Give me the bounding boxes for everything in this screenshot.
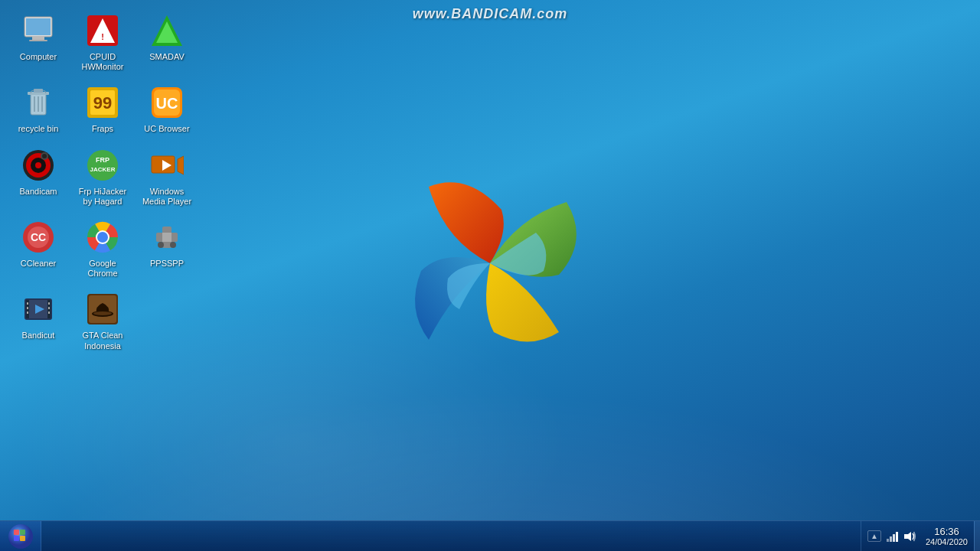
clock[interactable]: 16:36 24/04/2020 xyxy=(921,526,968,546)
tray-icons xyxy=(886,530,916,543)
bandicut-label: Bandicut xyxy=(22,331,55,341)
smadav-icon xyxy=(149,12,185,49)
icon-bandicut[interactable]: Bandicut xyxy=(8,286,69,355)
icon-bandicam[interactable]: Bandicam xyxy=(8,142,69,211)
smadav-label: SMADAV xyxy=(149,52,185,62)
frp-label: Frp HiJacker by Hagard xyxy=(75,187,130,207)
svg-text:FRP: FRP xyxy=(96,156,109,164)
chrome-icon xyxy=(84,219,121,256)
svg-rect-67 xyxy=(887,539,889,542)
computer-icon xyxy=(20,12,57,49)
svg-point-27 xyxy=(87,150,118,181)
gtaclean-label: GTA Clean Indonesia xyxy=(75,331,130,350)
svg-marker-31 xyxy=(178,156,184,174)
windows-start-orb xyxy=(8,523,34,549)
icon-ppsspp[interactable]: PPSSPP xyxy=(136,214,198,283)
network-icon xyxy=(886,531,900,542)
recycle-bin-label: recycle bin xyxy=(18,124,59,134)
taskbar: ▲ 16:36 24/04/2020 xyxy=(0,520,980,551)
icon-ucbrowser[interactable]: UC UC Browser xyxy=(136,80,198,139)
clock-time: 16:36 xyxy=(934,526,959,537)
desktop-icons: Computer ! CPUID HWMonitor SMADAV xyxy=(8,8,198,356)
svg-rect-70 xyxy=(896,532,898,542)
svg-rect-51 xyxy=(27,307,28,309)
cpuid-icon: ! xyxy=(84,12,121,49)
chrome-label: Google Chrome xyxy=(75,259,130,279)
svg-text:JACKER: JACKER xyxy=(90,166,116,173)
icon-recycle-bin[interactable]: recycle bin xyxy=(8,80,69,139)
fraps-icon: 99 xyxy=(84,84,121,121)
svg-rect-52 xyxy=(27,311,28,314)
icon-computer[interactable]: Computer xyxy=(8,8,69,77)
svg-point-45 xyxy=(158,242,164,248)
svg-point-60 xyxy=(93,311,112,315)
tray-expand-button[interactable]: ▲ xyxy=(867,530,881,542)
start-button[interactable] xyxy=(0,521,41,552)
ppsspp-icon xyxy=(149,219,185,256)
svg-rect-3 xyxy=(29,40,47,41)
svg-rect-68 xyxy=(890,536,892,542)
fraps-label: Fraps xyxy=(92,124,113,134)
frp-icon: FRP JACKER xyxy=(84,147,121,184)
ccleaner-label: CCleaner xyxy=(21,259,56,269)
svg-rect-43 xyxy=(162,233,172,242)
bandicam-watermark: www.BANDICAM.com xyxy=(413,6,567,22)
svg-rect-69 xyxy=(893,534,895,542)
svg-marker-71 xyxy=(904,532,911,541)
computer-label: Computer xyxy=(20,52,57,62)
svg-rect-2 xyxy=(32,37,44,40)
svg-point-24 xyxy=(35,162,41,168)
svg-rect-54 xyxy=(48,307,50,309)
ucbrowser-icon: UC xyxy=(149,84,185,121)
svg-rect-11 xyxy=(34,89,43,93)
cpuid-label: CPUID HWMonitor xyxy=(75,52,130,72)
svg-rect-1 xyxy=(26,18,51,35)
icon-ccleaner[interactable]: CC CCleaner xyxy=(8,214,69,283)
show-desktop-button[interactable] xyxy=(974,521,980,551)
wmp-icon xyxy=(149,147,185,184)
windows-logo xyxy=(368,141,612,386)
system-tray: ▲ 16:36 24/04/2020 xyxy=(861,521,974,551)
icon-chrome[interactable]: Google Chrome xyxy=(72,214,133,283)
ppsspp-label: PPSSPP xyxy=(150,259,184,269)
icon-gtaclean[interactable]: GTA Clean Indonesia xyxy=(72,286,133,355)
svg-text:CC: CC xyxy=(31,231,46,243)
svg-rect-55 xyxy=(48,311,50,314)
ccleaner-icon: CC xyxy=(20,219,57,256)
icon-smadav[interactable]: SMADAV xyxy=(136,8,198,77)
svg-point-66 xyxy=(8,524,33,549)
svg-point-26 xyxy=(42,154,47,158)
icon-wmp[interactable]: Windows Media Player xyxy=(136,142,198,211)
icon-frphijacker[interactable]: FRP JACKER Frp HiJacker by Hagard xyxy=(72,142,133,211)
svg-rect-53 xyxy=(48,302,50,305)
volume-icon xyxy=(903,530,916,543)
svg-text:99: 99 xyxy=(93,93,112,112)
recycle-bin-icon xyxy=(20,84,57,121)
icon-cpuid[interactable]: ! CPUID HWMonitor xyxy=(72,8,133,77)
icon-grid: Computer ! CPUID HWMonitor SMADAV xyxy=(8,8,198,356)
gtaclean-icon xyxy=(84,291,121,328)
wmp-label: Windows Media Player xyxy=(139,187,194,207)
svg-text:UC: UC xyxy=(156,95,178,112)
svg-point-44 xyxy=(170,242,176,248)
bandicam-label: Bandicam xyxy=(20,187,57,197)
bandicam-icon xyxy=(20,147,57,184)
ucbrowser-label: UC Browser xyxy=(144,124,189,134)
svg-text:!: ! xyxy=(101,32,104,41)
svg-rect-50 xyxy=(27,302,28,305)
svg-point-38 xyxy=(97,232,108,243)
icon-fraps[interactable]: 99 Fraps xyxy=(72,80,133,139)
bandicut-icon xyxy=(20,291,57,328)
clock-date: 24/04/2020 xyxy=(926,537,968,546)
